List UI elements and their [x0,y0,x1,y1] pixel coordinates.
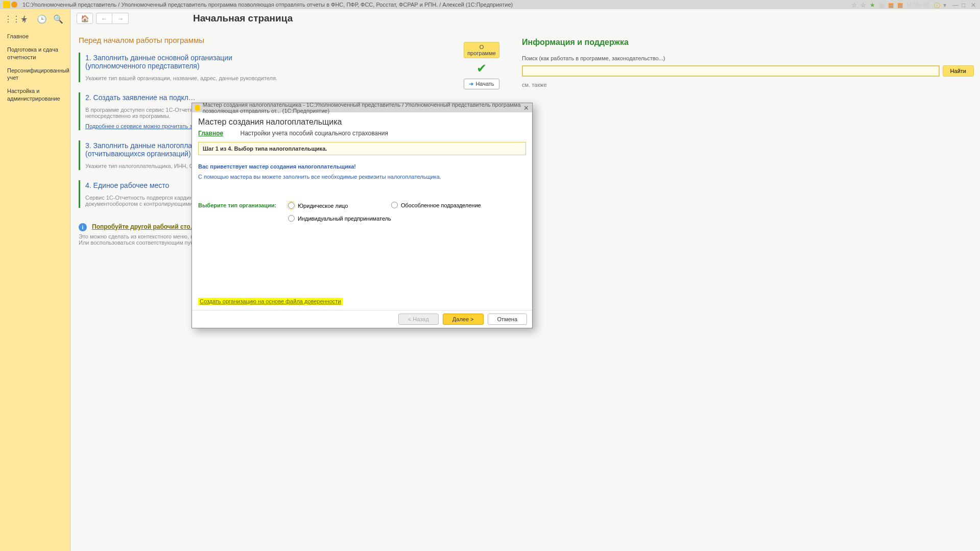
next-button[interactable]: Далее > [443,314,484,325]
info-heading: Информация и поддержка [522,38,974,47]
check-icon: ✔ [464,61,499,76]
step-2-title[interactable]: 2. Создать заявление на подкл… [85,93,510,102]
app-icon-secondary [11,2,17,8]
radio-icon [391,202,398,208]
modal-tab-main[interactable]: Главное [198,130,223,137]
section-heading: Перед началом работы программы [79,36,510,44]
step-1-title[interactable]: 1. Заполнить данные основной организации… [85,54,510,70]
toolbar-icon-3[interactable]: ★ [870,2,876,8]
search-icon[interactable]: 🔍 [53,14,61,22]
maximize-icon[interactable]: □ [962,2,968,8]
minimize-icon[interactable]: — [952,2,959,8]
clipboard-icon[interactable]: 🕒 [37,14,45,22]
step-1: 1. Заполнить данные основной организации… [79,53,510,82]
sidebar-item-label: Настройка и администрирование [7,88,60,101]
app-icon [3,1,10,8]
back-button: < Назад [398,314,439,325]
sidebar-item-personified[interactable]: Персонифицированный учет [0,64,70,85]
radio-label: Юридическое лицо [298,203,348,209]
arrow-icon: ➜ [469,81,473,87]
modal-close-icon[interactable]: ✕ [523,104,529,112]
sidebar-item-admin[interactable]: Настройка и администрирование [0,84,70,105]
modal-app-icon [195,105,200,111]
modal-footer: < Назад Далее > Отмена [192,310,532,328]
radio-separate-division[interactable]: Обособленное подразделение [391,202,481,208]
back-button[interactable]: ← [96,13,112,24]
about-block: О программе ✔ ➜Начать [464,42,499,89]
search-button[interactable]: Найти [943,65,974,77]
search-input[interactable] [522,65,940,77]
modal-body: Мастер создания налогоплательщика Главно… [192,112,532,310]
info-panel: Информация и поддержка Поиск (как работа… [522,38,974,88]
chevron-down-icon[interactable]: ▾ [943,2,949,8]
modal-heading: Мастер создания налогоплательщика [198,117,526,127]
radio-icon [288,215,295,222]
about-button[interactable]: О программе [464,42,499,58]
step-2-link[interactable]: Подробнее о сервисе можно прочитать здес… [85,123,204,129]
radio-legal-entity[interactable]: Юридическое лицо [288,202,391,209]
radio-individual-entrepreneur[interactable]: Индивидуальный предприниматель [288,215,391,222]
grid-icon[interactable]: ⋮⋮⋮ [4,14,12,22]
try-heading[interactable]: Попробуйте другой рабочий сто… [92,223,197,230]
radio-icon [288,202,295,209]
main-toolbar: 🏠 ← → Начальная страница [70,9,980,28]
forward-button[interactable]: → [112,13,129,24]
sidebar-item-label: Подготовка и сдача отчетности [7,46,58,60]
see-also: см. также [522,82,974,88]
sidebar-item-label: Персонифицированный учет [7,67,69,81]
toolbar-icon-2[interactable]: ☆ [861,2,867,8]
sidebar-item-main[interactable]: Главное [0,30,70,43]
create-from-file-link[interactable]: Создать организацию на основе файла дове… [198,298,343,305]
sidebar-nav: Главное Подготовка и сдача отчетности Пе… [0,28,70,107]
window-title: 1С:Уполномоченный представитель / Уполно… [22,2,513,8]
star-icon[interactable]: ★ [20,14,29,22]
close-icon[interactable]: ✕ [971,2,977,8]
toolbar-icon-5[interactable]: ▦ [888,2,894,8]
modal-titlebar: Мастер создания налогоплательщика - 1С:У… [192,103,532,112]
toolbar-icon-6[interactable]: ▦ [897,2,903,8]
sidebar-item-label: Главное [7,33,29,39]
toolbar-icon-1[interactable]: ☆ [851,2,857,8]
taxpayer-wizard-modal: Мастер создания налогоплательщика - 1С:У… [192,103,533,328]
help-icon[interactable]: ⓘ [934,2,940,8]
step-band: Шаг 1 из 4. Выбор типа налогоплательщика… [198,142,526,155]
wizard-greeting: Вас приветствует мастер создания налогоп… [198,163,526,170]
modal-tab-settings[interactable]: Настройки учета пособий социального стра… [240,130,388,137]
page-title: Начальная страница [193,13,293,24]
step-1-desc: Укажите тип вашей организации, название,… [85,75,510,81]
sidebar: ⋮⋮⋮ ★ 🕒 🔍 Главное Подготовка и сдача отч… [0,9,70,551]
toolbar-icon-4[interactable]: ▦ [879,2,885,8]
info-label: Поиск (как работать в программе, законод… [522,55,974,61]
sidebar-toolbar: ⋮⋮⋮ ★ 🕒 🔍 [0,9,70,28]
sidebar-item-reports[interactable]: Подготовка и сдача отчетности [0,43,70,64]
org-type-label: Выберите тип организации: [198,202,288,208]
radio-label: Обособленное подразделение [401,202,481,208]
info-icon: i [79,223,87,231]
mm-text: M M+ M- [906,2,931,8]
start-button[interactable]: ➜Начать [464,79,499,89]
home-button[interactable]: 🏠 [77,13,93,24]
cancel-button[interactable]: Отмена [488,314,527,325]
wizard-subtext: С помощью мастера вы можете заполнить вс… [198,174,526,180]
radio-label: Индивидуальный предприниматель [298,215,391,222]
window-titlebar: 1С:Уполномоченный представитель / Уполно… [0,0,980,9]
